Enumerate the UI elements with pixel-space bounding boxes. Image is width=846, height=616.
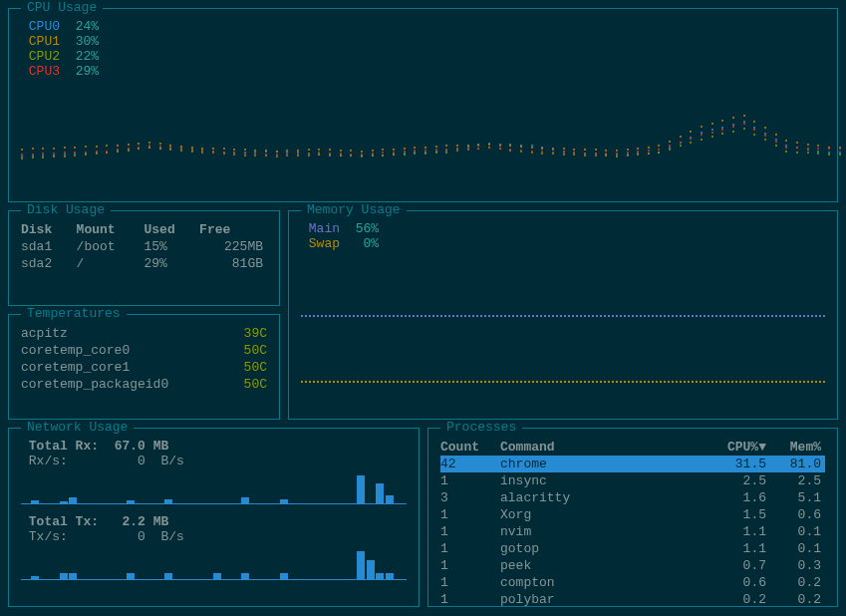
cpu-core-row: CPU0 24% xyxy=(21,19,825,34)
proc-cpu: 1.1 xyxy=(701,523,770,540)
process-row[interactable]: 1peek0.70.3 xyxy=(440,557,825,574)
temp-value: 50C xyxy=(244,343,267,358)
disk-table: Disk Mount Used Free sda1/boot15%225MBsd… xyxy=(21,221,267,272)
disk-hdr-free: Free xyxy=(199,221,267,238)
proc-command: compton xyxy=(500,574,701,591)
network-usage-panel: Network Usage Total Rx: 67.0 MB Rx/s: 0 … xyxy=(8,428,420,607)
proc-hdr-mem[interactable]: Mem% xyxy=(770,439,825,456)
memory-chart xyxy=(301,263,825,383)
disk-free: 225MB xyxy=(199,238,267,255)
cpu-core-value: 29% xyxy=(76,64,99,79)
proc-command: Xorg xyxy=(500,506,701,523)
disk-hdr-used: Used xyxy=(143,221,199,238)
disk-mount: /boot xyxy=(77,238,144,255)
tx-chart xyxy=(21,548,407,580)
process-row[interactable]: 1nvim1.10.1 xyxy=(440,523,825,540)
proc-command: insync xyxy=(500,472,701,489)
proc-mem: 0.1 xyxy=(770,540,825,557)
mem-swap-label: Swap xyxy=(309,236,340,251)
proc-command: polybar xyxy=(500,591,701,608)
proc-cpu: 1.6 xyxy=(701,489,770,506)
cpu-core-value: 24% xyxy=(76,19,99,34)
proc-hdr-command[interactable]: Command xyxy=(500,439,701,456)
mem-panel-title: Memory Usage xyxy=(301,202,407,217)
temp-value: 50C xyxy=(244,377,267,392)
cpu-usage-panel: CPU Usage CPU0 24% CPU1 30% CPU2 22% CPU… xyxy=(8,8,838,202)
cpu-core-list: CPU0 24% CPU1 30% CPU2 22% CPU3 29% xyxy=(21,19,825,79)
rx-rate-value: 0 B/s xyxy=(138,454,184,468)
rx-chart xyxy=(21,472,407,504)
proc-count: 42 xyxy=(440,456,500,472)
disk-used: 29% xyxy=(143,255,199,272)
proc-hdr-count[interactable]: Count xyxy=(440,439,500,456)
mem-swap-line xyxy=(301,381,825,383)
tx-total-value: 2.2 MB xyxy=(122,514,168,529)
proc-count: 3 xyxy=(440,489,500,506)
cpu-core-row: CPU1 30% xyxy=(21,34,825,49)
proc-mem: 0.1 xyxy=(770,523,825,540)
mem-main-line xyxy=(301,315,825,317)
process-row[interactable]: 1compton0.60.2 xyxy=(440,574,825,591)
disk-name: sda2 xyxy=(21,255,77,272)
temp-row: acpitz39C xyxy=(21,325,267,342)
process-row[interactable]: 1polybar0.20.2 xyxy=(440,591,825,608)
process-row[interactable]: 1insync2.52.5 xyxy=(440,472,825,489)
proc-cpu: 1.1 xyxy=(701,540,770,557)
rx-total-label: Total Rx: xyxy=(29,439,99,454)
process-row[interactable]: 3alacritty1.65.1 xyxy=(440,489,825,506)
mem-swap-value: 0% xyxy=(363,236,379,251)
disk-hdr-disk: Disk xyxy=(21,221,77,238)
processes-panel: Processes Count Command CPU%▼ Mem% 42chr… xyxy=(427,428,838,607)
mem-main-label: Main xyxy=(309,221,340,236)
cpu-panel-title: CPU Usage xyxy=(21,0,103,15)
disk-row: sda1/boot15%225MB xyxy=(21,238,267,255)
proc-command: alacritty xyxy=(500,489,701,506)
proc-cpu: 1.5 xyxy=(701,506,770,523)
process-row[interactable]: 1Xorg1.50.6 xyxy=(440,506,825,523)
proc-mem: 0.3 xyxy=(770,557,825,574)
proc-count: 1 xyxy=(440,540,500,557)
cpu-core-label: CPU2 xyxy=(29,49,60,64)
proc-command: nvim xyxy=(500,523,701,540)
cpu-core-label: CPU1 xyxy=(29,34,60,49)
proc-count: 1 xyxy=(440,523,500,540)
process-table[interactable]: Count Command CPU%▼ Mem% 42chrome31.581.… xyxy=(440,439,825,608)
cpu-core-row: CPU2 22% xyxy=(21,49,825,64)
cpu-chart xyxy=(21,85,825,172)
temp-sensor: coretemp_core1 xyxy=(21,360,130,375)
disk-hdr-mount: Mount xyxy=(77,221,144,238)
memory-usage-panel: Memory Usage Main 56% Swap 0% xyxy=(288,210,838,420)
cpu-core-row: CPU3 29% xyxy=(21,64,825,79)
temp-sensor: coretemp_packageid0 xyxy=(21,377,168,392)
proc-count: 1 xyxy=(440,472,500,489)
proc-cpu: 0.7 xyxy=(701,557,770,574)
disk-panel-title: Disk Usage xyxy=(21,202,111,217)
proc-mem: 81.0 xyxy=(770,456,825,472)
temp-sensor: coretemp_core0 xyxy=(21,343,130,358)
temp-row: coretemp_core150C xyxy=(21,359,267,376)
sort-indicator-icon: ▼ xyxy=(758,440,766,455)
temp-row: coretemp_packageid050C xyxy=(21,376,267,393)
cpu-core-value: 30% xyxy=(76,34,99,49)
proc-command: chrome xyxy=(500,456,701,472)
proc-count: 1 xyxy=(440,506,500,523)
cpu-core-label: CPU0 xyxy=(29,19,60,34)
proc-command: peek xyxy=(500,557,701,574)
proc-hdr-cpu[interactable]: CPU%▼ xyxy=(701,439,770,456)
disk-row: sda2/29%81GB xyxy=(21,255,267,272)
cpu-core-label: CPU3 xyxy=(29,64,60,79)
mem-main-value: 56% xyxy=(356,221,379,236)
proc-mem: 0.2 xyxy=(770,574,825,591)
tx-total-label: Total Tx: xyxy=(29,514,99,529)
process-row[interactable]: 42chrome31.581.0 xyxy=(440,456,825,472)
disk-usage-panel: Disk Usage Disk Mount Used Free sda1/boo… xyxy=(8,210,280,306)
disk-used: 15% xyxy=(143,238,199,255)
proc-mem: 2.5 xyxy=(770,472,825,489)
disk-mount: / xyxy=(77,255,144,272)
proc-panel-title: Processes xyxy=(440,420,522,435)
proc-mem: 0.2 xyxy=(770,591,825,608)
temp-value: 39C xyxy=(244,326,267,341)
process-row[interactable]: 1gotop1.10.1 xyxy=(440,540,825,557)
cpu-core-value: 22% xyxy=(76,49,99,64)
proc-cpu: 0.6 xyxy=(701,574,770,591)
